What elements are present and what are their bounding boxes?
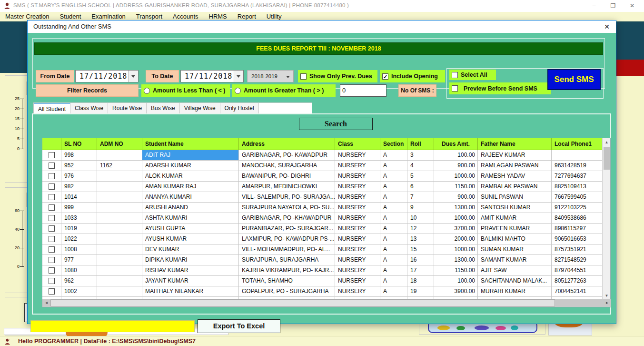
cell-name[interactable]: AMAN KUMAR RAJ [142,182,239,192]
axis-tick-mark [20,211,24,211]
dialog-close-icon[interactable]: ✕ [601,22,613,31]
cell-dues: 100.00 [434,150,478,161]
from-date-dropdown-icon[interactable] [129,71,138,82]
cell-name[interactable]: DIPIKA KUMARI [142,255,239,265]
row-checkbox[interactable] [49,163,55,169]
column-header-Class[interactable]: Class [335,138,380,150]
row-checkbox[interactable] [49,215,55,221]
amount-greater-radio[interactable]: Amount is Greater Than ( > ) [232,84,336,97]
checkbox-icon[interactable] [452,72,458,78]
tab-village-wise[interactable]: Village Wise [180,103,220,114]
cell-name[interactable]: ADIT RAJ [142,150,239,161]
cell-dues: 900.00 [434,192,478,203]
column-header-Address[interactable]: Address [239,138,335,150]
row-checkbox[interactable] [49,225,55,232]
search-button[interactable]: Search [299,118,373,130]
cell-name[interactable]: ADARSH KUMAR [142,161,239,171]
include-opening-checkbox[interactable]: ✓ Include Opening [380,70,445,82]
column-header-Father Name[interactable]: Father Name [478,138,552,150]
vertical-scrollbar[interactable]: ▲ ▼ [602,138,610,300]
cell-roll: 17 [407,265,434,276]
cell-name[interactable]: AYUSH GUPTA [142,224,239,234]
cell-section: A [380,171,407,182]
row-checkbox[interactable] [49,246,55,253]
row-checkbox[interactable] [49,288,55,295]
row-checkbox[interactable] [49,194,55,200]
restore-button[interactable]: ❐ [604,0,623,12]
to-date-picker[interactable]: 17/11/2018 [180,70,244,82]
vscroll-thumb[interactable] [604,147,610,170]
row-checkbox[interactable] [49,183,55,190]
row-checkbox[interactable] [49,152,55,158]
column-header-Roll[interactable]: Roll [407,138,434,150]
dialog-titlebar: Outstanding And Other SMS ✕ [28,20,616,33]
select-all-checkbox[interactable]: Select All [449,70,496,80]
tab-class-wise[interactable]: Class Wise [70,103,108,114]
cell-name[interactable]: ALOK KUMAR [142,171,239,182]
session-select[interactable]: 2018-2019 [247,70,294,82]
preview-before-send-checkbox[interactable]: Preview Before Send SMS [449,82,551,94]
cell-name[interactable]: ASHTA KUMARI [142,213,239,224]
tab-bus-wise[interactable]: Bus Wise [147,103,180,114]
axis-tick-label: 0 [11,146,20,151]
row-checkbox[interactable] [49,257,55,263]
cell-name[interactable]: DEV KUMAR [142,244,239,255]
send-sms-button[interactable]: Send SMS [547,69,601,90]
cell-sl: 982 [61,182,97,192]
column-header-Section[interactable]: Section [380,138,407,150]
row-select-cell [42,150,61,161]
cell-roll: 7 [407,192,434,203]
scroll-left-icon[interactable]: ◄ [42,299,50,307]
cell-address: TOTAHA, SHAMHO [239,276,335,286]
hscroll-thumb[interactable] [50,299,555,306]
from-date-picker[interactable]: 17/11/2018 [75,70,139,82]
cell-dues: 1300.00 [434,255,478,265]
row-checkbox[interactable] [49,267,55,274]
close-button[interactable]: ✕ [623,0,642,12]
cell-name[interactable]: ARUSHI ANAND [142,203,239,213]
checkbox-icon[interactable] [300,73,307,80]
amount-less-radio[interactable]: Amount is Less Than ( < ) [141,84,230,97]
cell-phone [552,150,603,161]
checkbox-icon[interactable] [452,85,458,92]
horizontal-scrollbar[interactable]: ◄ ► [42,299,611,307]
cell-name[interactable]: AYUSH KUMAR [142,234,239,244]
column-header-Dues Amt.[interactable]: Dues Amt. [434,138,478,150]
to-date-dropdown-icon[interactable] [234,71,243,82]
radio-icon[interactable] [144,88,150,94]
export-to-excel-button[interactable]: Export To Excel [198,319,280,333]
cell-phone: 8051277263 [552,276,603,286]
cell-address: GOPALPUR, PO - SURAJGARHA [239,286,335,297]
cell-phone: 9122103225 [552,203,603,213]
column-header-select[interactable] [42,138,61,150]
scroll-up-icon[interactable]: ▲ [603,138,611,146]
row-checkbox[interactable] [49,173,55,179]
radio-icon[interactable] [235,88,241,94]
checkbox-checked-icon[interactable]: ✓ [382,73,388,80]
scroll-right-icon[interactable]: ► [603,299,611,307]
show-only-prev-dues-checkbox[interactable]: Show Only Prev. Dues [298,70,377,82]
cell-cls: NURSERY [335,244,380,255]
cell-sl: 998 [61,150,97,161]
column-header-Student Name[interactable]: Student Name [142,138,239,150]
row-checkbox[interactable] [49,204,55,211]
cell-adm [97,213,142,224]
tab-route-wise[interactable]: Route Wise [108,103,147,114]
column-header-Local Phone1[interactable]: Local Phone1 [552,138,603,150]
row-checkbox[interactable] [49,278,55,284]
row-checkbox[interactable] [49,236,55,242]
tab-all-student[interactable]: All Student [34,103,70,114]
amount-input[interactable]: 0 [340,84,386,97]
minimize-button[interactable]: – [585,0,604,12]
axis-tick-mark [20,129,24,129]
tab-only-hostel[interactable]: Only Hostel [220,103,259,114]
cell-cls: NURSERY [335,224,380,234]
column-header-ADM NO[interactable]: ADM NO [97,138,142,150]
cell-name[interactable]: RISHAV KUMAR [142,265,239,276]
cell-name[interactable]: MAITHALY NILANKAR [142,286,239,297]
column-header-SL NO[interactable]: SL NO [61,138,97,150]
cell-name[interactable]: ANANYA KUMARI [142,192,239,203]
cell-section: A [380,192,407,203]
table-row: 982AMAN KUMAR RAJAMARPUR, MEDINICHOWKINU… [42,182,603,192]
cell-name[interactable]: JAYANT KUMAR [142,276,239,286]
